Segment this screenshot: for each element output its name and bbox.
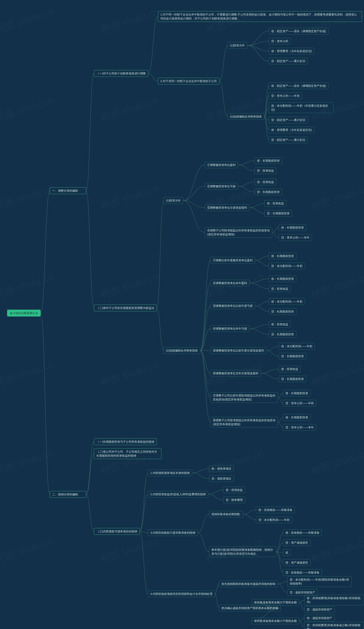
s1-b1-1b: 贷：投资收益 bbox=[255, 167, 276, 174]
s1-b2-2b: 贷：投资收益 bbox=[269, 286, 291, 292]
s2-c1: 1.内部债权债务项目本身的抵销 bbox=[148, 470, 192, 476]
s1-b1-2b: 贷：长期股权投资 bbox=[255, 189, 282, 195]
s2-b: （二)母公司对子公司、子公司相互之间持有对方长期股权投资的投资收益的抵销 bbox=[94, 448, 162, 459]
s2-c4-2-1a: 借：所得税费用(坏账准备增加额×所得税税率) bbox=[304, 595, 364, 605]
s1-a2-label: 2.对于非同一控制下企业合并中取得的子公司 bbox=[160, 80, 217, 83]
s1-a2-2-label: (2)连续编制合并财务报表 bbox=[230, 115, 262, 118]
s2-c3-2: 将本期计提(或冲回)的坏账准备数额抵销，抵销分录与计提(或冲回)分录借贷方向相反… bbox=[209, 546, 276, 557]
s1-a2-2f: 贷：固定资产——累计折旧 bbox=[269, 137, 308, 143]
s1-a2-1a: 借：固定资产——原价（调增固定资产价值) bbox=[269, 28, 329, 34]
s2-c1a: 借：债务类项目 bbox=[209, 465, 234, 472]
s2-c3: 3.内部应收账款计提坏账准备的抵销 bbox=[148, 529, 198, 536]
s1-b2: (2)连续编制合并财务报表 bbox=[164, 347, 200, 354]
s2-c4-2: 然后确认递延所得税资产期初期末余额的差额 bbox=[219, 605, 281, 611]
s1-b2-1: ①调整以前年度被投资单位盈利 bbox=[210, 257, 255, 264]
s2-c4-1: 首先抵销期初坏账准备对递延所得税的影响 bbox=[219, 581, 278, 587]
s2-c4: 4.内部应收款项相关的所得税和会计合并抵销处理 bbox=[148, 591, 215, 597]
s2-c3-1b: 贷：未分配利润——年初 bbox=[256, 517, 292, 523]
section-2: 二、抵销分录的编制 bbox=[50, 491, 86, 498]
s2-c3-2e: 贷：应收账款——坏账准备 bbox=[283, 569, 322, 576]
s1-a2-2c: 借：未分配利润——年初（年初累计应多提折旧) bbox=[269, 102, 333, 113]
s1-a2-2b: 贷：资本公积——年初 bbox=[269, 93, 302, 99]
s2-c4-2-1: 若坏账准备期末余额大于期初余额 bbox=[252, 599, 299, 606]
s1-b2-6: ⑥调整被投资单位当年分派现金股利 bbox=[210, 370, 261, 377]
s1-a2-2: (2)连续编制合并财务报表 bbox=[227, 113, 264, 120]
s1-b1-1a: 借：长期股权投资 bbox=[255, 157, 282, 164]
s1-b2-5: ⑤调整被投资单位以前年度分派现金股利 bbox=[210, 347, 267, 354]
s1-b1-4a: 借：长期股权投资 bbox=[279, 224, 306, 231]
s1-b-label: （二)将对子公司的长期股权投资调整为权益法 bbox=[96, 307, 154, 310]
s2-c3-1a: 借：应收账款——坏账准备 bbox=[256, 507, 295, 513]
s1-b2-1b: 贷：未分配利润——年初 bbox=[269, 263, 305, 269]
s1-b2-4b: 贷：长期股权投资 bbox=[269, 331, 296, 337]
s1-b1-4: ④调整子公司除净损益以外所有者权益的其他变动(假定所有者权益增加) bbox=[205, 227, 272, 238]
s2-a: （一)长期股权投资与子公司所有者权益的抵销 bbox=[94, 438, 157, 445]
s1-b1-3: ③调整被投资单位分派现金股利 bbox=[205, 204, 249, 211]
s2-c4-2-2a: 借：递延所得税资产 bbox=[304, 615, 335, 621]
s1-b2-5b: 贷：长期股权投资 bbox=[279, 353, 306, 359]
s1-b2-5a: 借：未分配利润——年初 bbox=[279, 343, 315, 349]
section-2-label: 二、抵销分录的编制 bbox=[52, 493, 78, 496]
s1-b1: (1)投资当年 bbox=[164, 197, 183, 204]
s1-b1-3b: 贷：长期股权投资 bbox=[265, 210, 292, 217]
s1-b2-6a: 借：投资收益 bbox=[279, 366, 301, 372]
s2-c2: 2.内部投资收益(利息收入)和利息费用的抵销 bbox=[148, 491, 208, 497]
s2-c3-2d: 借：资产减值损失 bbox=[283, 559, 311, 566]
s2-c3-1: 抵销坏账准备的期初数: bbox=[209, 511, 243, 517]
s1-b1-1: ①调整被投资单位盈利 bbox=[205, 162, 238, 168]
s1-b1-2a: 借：投资收益 bbox=[255, 179, 276, 185]
s1-a-label: （一)对子公司的个别财务报表进行调整 bbox=[96, 72, 146, 75]
s1-b2-4: ④调整被投资单位本年亏损 bbox=[210, 325, 249, 332]
s2-c: （三)内部债权与债务项目的抵销 bbox=[94, 528, 140, 535]
s2-c4-2-2b: 贷：所得税费用(坏账准备减少额×所得税税率) bbox=[304, 622, 364, 629]
s1-b2-7a: 借：长期股权投资 bbox=[283, 390, 311, 396]
s1-a2-1c: 借：管理费用（当年应多提折旧) bbox=[269, 48, 314, 54]
s1-a2-2d: 贷：固定资产——累计折旧 bbox=[269, 117, 308, 123]
s1-a1: 1.对于同一控制下企业合并中取得的子公司，不需要进行调整;子公司采用的会计政策、… bbox=[158, 11, 362, 22]
s2-c1b: 贷：债权类项目 bbox=[209, 475, 234, 482]
s1-a2-1-label: (1)投资当年 bbox=[230, 44, 245, 47]
section-1: 一、调整分录的编制 bbox=[50, 187, 86, 194]
s1-b2-3: ③调整被投资单位以前年度亏损 bbox=[210, 303, 255, 309]
s2-c3-2a: 借：应收账款——坏账准备 bbox=[283, 529, 322, 536]
s1-b2-1a: 借：长期股权投资 bbox=[269, 253, 296, 259]
root-node: 会计知识点账面调公允 bbox=[7, 310, 41, 316]
s1-a2: 2.对于非同一控制下企业合并中取得的子公司 bbox=[158, 78, 219, 85]
s1-b2-2: ②调整被投资单位本年盈利 bbox=[210, 280, 249, 286]
s2-c4-1a: 借：未分配利润——年初(期初坏账准备余额×所得税税率) bbox=[287, 576, 352, 587]
s1-b2-7b: 贷：资本公积——年初 bbox=[283, 400, 316, 406]
s1-a2-1b: 贷：资本公积 bbox=[269, 38, 291, 44]
s1-a1-label: 1.对于同一控制下企业合并中取得的子公司，不需要进行调整;子公司采用的会计政策、… bbox=[160, 13, 357, 20]
s1-b1-3a: 借：投资收益 bbox=[265, 200, 286, 207]
s2-c4-2-1b: 贷：递延所得税资产 bbox=[304, 606, 335, 613]
s1-b2-3b: 贷：长期股权投资 bbox=[269, 308, 296, 315]
s1-a2-2e: 借：管理费用（当年应多提折旧) bbox=[269, 127, 314, 133]
s1-a: （一)对子公司的个别财务报表进行调整 bbox=[94, 70, 148, 77]
s1-b1-4b: 贷：资本公积——本年 bbox=[279, 234, 312, 241]
s1-b1-2: ②调整被投资单位亏损 bbox=[205, 183, 238, 189]
s1-a2-1d: 贷：固定资产——累计折旧 bbox=[269, 58, 308, 64]
s2-c2b: 贷：财务费用 bbox=[223, 497, 245, 503]
s1-a2-1: (1)投资当年 bbox=[227, 42, 247, 49]
s1-b2-8: ⑧调整子公司除净损益以外所有者权益的其他变动(假定所有者权益增加) bbox=[210, 417, 278, 428]
s1-b: （二)将对子公司的长期股权投资调整为权益法 bbox=[94, 305, 157, 311]
s1-a2-2a: 借：固定资产——原价（调增固定资产价值) bbox=[269, 83, 329, 89]
s1-b2-7: ⑦调整子公司以前年度除净损益以外所有者权益的其他变动(假定所有者权益增加) bbox=[210, 392, 278, 403]
root-label: 会计知识点账面调公允 bbox=[10, 312, 38, 315]
section-1-label: 一、调整分录的编制 bbox=[52, 189, 78, 192]
s1-b2-8a: 借：长期股权投资 bbox=[283, 414, 311, 421]
s2-c2a: 借：投资收益 bbox=[223, 487, 245, 493]
s1-b2-4a: 借：投资收益 bbox=[269, 321, 291, 327]
s1-b2-8b: 贷：资本公积——本年 bbox=[283, 424, 316, 431]
s2-c3-2c: 或 bbox=[283, 549, 291, 556]
s2-c3-2b: 贷：资产减值损失 bbox=[283, 539, 311, 546]
s1-b2-6b: 贷：长期股权投资 bbox=[279, 376, 306, 382]
s1-b2-3a: 借：未分配利润——年初 bbox=[269, 298, 305, 305]
s2-c4-2-2: 若坏账准备期末余额小于期初余额 bbox=[252, 618, 299, 624]
s1-b2-2a: 借：长期股权投资 bbox=[269, 276, 296, 282]
